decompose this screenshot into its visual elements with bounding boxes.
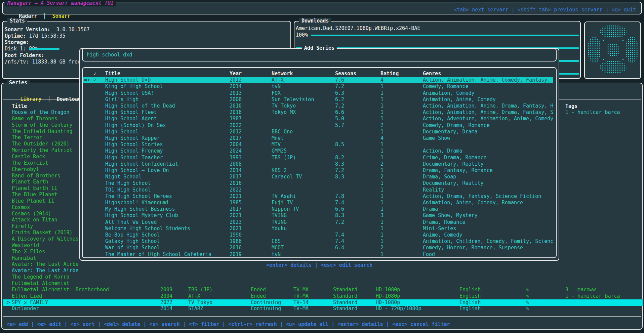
search-result-row[interactable]: The High School Heroes2021TV Asahi7.81Ac… — [83, 193, 556, 200]
result-network: Fuji TV — [272, 200, 293, 206]
result-network: CBS — [272, 238, 281, 245]
result-rating: 1 — [380, 219, 384, 225]
result-title: High School Confidential — [105, 161, 178, 167]
result-title: High School Fleet — [105, 109, 157, 116]
search-result-row[interactable]: High School Stories2004MTV8.51 — [83, 141, 556, 148]
series-status: Continuing — [251, 305, 281, 312]
search-result-row[interactable]: Girl's High2006Sun Television6.21Animati… — [83, 96, 556, 103]
tab-sonarr[interactable]: Sonarr — [52, 13, 70, 19]
library-series-row[interactable]: =>SPY x FAMILY2022TV TokyoContinuingTV-1… — [3, 299, 643, 306]
series-title: Outlander — [12, 305, 39, 312]
result-title: The High School Heroes — [105, 193, 172, 200]
series-title: Storm of the Century — [12, 122, 73, 128]
result-genres: Documentary, Reality — [423, 161, 484, 167]
search-result-row[interactable]: The Master of High School Cafeteria2019t… — [83, 251, 556, 257]
result-seasons: 6.4 — [335, 245, 344, 251]
result-rating: 1 — [380, 187, 384, 193]
series-quality: HD - 720p/1080p — [376, 305, 421, 312]
result-seasons: 6.6 — [335, 206, 344, 212]
series-status: Continuing — [251, 299, 281, 306]
series-title: Hannibal — [12, 255, 36, 261]
result-title: High School – Love On — [105, 167, 169, 174]
result-year: 2017 — [230, 174, 242, 180]
uptime-value: 17d 15:58:35 — [29, 33, 65, 39]
download-percent: 100% — [296, 32, 308, 38]
series-certification: TV-MA — [293, 287, 309, 293]
result-title: War of High School — [105, 245, 160, 251]
result-genres: Action, Drama — [423, 148, 462, 154]
series-search-box: Add Series high school dxd — [82, 48, 557, 61]
search-result-row[interactable]: Highschool! Kimengumi1985Fuji TV7.41Anim… — [83, 200, 556, 206]
search-result-row[interactable]: =>✓High School D×D2012AT-X7.64Action, An… — [83, 77, 556, 83]
search-result-row[interactable]: High School Rapper2017Mnet4Game Show — [83, 135, 556, 141]
library-series-row[interactable]: Outlander2014STARZContinuingTV-MAStandar… — [3, 305, 643, 312]
series-title: Fullmetal Alchemist: Brotherhood — [12, 287, 109, 293]
search-result-row[interactable]: War of High School2016MCOT6.42Comedy, Ho… — [83, 245, 556, 251]
result-rating: 1 — [380, 167, 384, 174]
series-title: The Enfield Haunting — [12, 128, 73, 135]
series-title: The Blue Planet — [12, 192, 57, 198]
result-seasons: 6.6 — [335, 109, 344, 116]
search-result-row[interactable]: High School USA!2013FOX6.31Animation, Co… — [83, 90, 556, 96]
library-series-row[interactable]: The Legend of Korra — [3, 274, 643, 280]
result-seasons: 6.2 — [335, 96, 344, 103]
result-seasons: 8.3 — [335, 161, 344, 167]
search-result-row[interactable]: TO1 High School20221Reality — [83, 187, 556, 193]
search-result-row[interactable]: The High School20161Documentary, Reality — [83, 180, 556, 186]
library-series-row[interactable]: Avatar: The Last Airbe — [3, 267, 643, 274]
search-result-row[interactable]: King of High School2014tvN7.21Comedy, Ro… — [83, 83, 556, 90]
series-quality-profile: Standard — [333, 299, 357, 306]
result-network: KBS 2 — [272, 167, 287, 174]
search-result-row[interactable]: Be-Bop High School19907.41Anime, Comedy — [83, 232, 556, 238]
result-rating: 2 — [380, 122, 384, 129]
search-result-row[interactable]: High School Mystery Club2021TVING8.33Gam… — [83, 212, 556, 219]
library-series-row[interactable]: Fullmetal Alchemist — [3, 280, 643, 287]
search-result-row[interactable]: Welcome High School Students2021Youku1Mi… — [83, 225, 556, 232]
series-title: House of the Dragon — [12, 109, 70, 116]
series-title: A Discovery of Witches — [12, 236, 79, 242]
search-result-row[interactable]: All That We Loved2023TVING7.21Drama, Rom… — [83, 219, 556, 225]
result-title: High School Mystery Club — [105, 212, 178, 219]
result-year: 2016 — [230, 180, 242, 186]
library-series-row[interactable]: Elfen Lied2004AT-XEndedTV-MAStandardHD-1… — [3, 293, 643, 299]
result-rating: 1 — [380, 148, 384, 154]
search-result-row[interactable]: High School Teacher1993TBS (JP)8.21Crime… — [83, 155, 556, 161]
library-series-row[interactable]: Fullmetal Alchemist: Brotherhood2009TBS … — [3, 287, 643, 293]
search-result-row[interactable]: High School2012BBC One1Documentary, Dram… — [83, 129, 556, 135]
series-title: Cosmos (2014) — [12, 211, 51, 217]
search-result-row[interactable]: Night School2017Caracol TV8.32Drama, Soa… — [83, 174, 556, 180]
result-title: Galaxy High School — [105, 238, 160, 245]
search-result-row[interactable]: My High School Business2017Nippon TV6.61… — [83, 206, 556, 212]
search-result-row[interactable]: High School Fleet2016Tokyo MX6.61Action,… — [83, 109, 556, 116]
search-result-row[interactable]: High School – Love On2014KBS 27.21Drama,… — [83, 167, 556, 174]
result-network: Tokyo MX — [272, 109, 296, 116]
result-year: 2023 — [230, 219, 242, 225]
result-year: 2016 — [230, 245, 242, 251]
column-genres: Genres — [423, 71, 441, 77]
series-title: The Outsider (2020) — [12, 141, 70, 147]
result-rating: 3 — [380, 212, 384, 219]
search-result-row[interactable]: Galaxy High School1986CBS7.41Animation, … — [83, 238, 556, 245]
series-search-input[interactable]: high school dxd — [87, 52, 132, 58]
result-rating: 1 — [380, 251, 384, 257]
search-result-row[interactable]: High School of the Dead2010TV Tokyo7.21A… — [83, 103, 556, 109]
result-network: MCOT — [272, 245, 284, 251]
result-year: 2021 — [230, 225, 242, 232]
result-rating: 1 — [380, 193, 384, 200]
result-rating: 1 — [380, 109, 384, 116]
search-result-row[interactable]: High School Agent19875.01Action, Adventu… — [83, 116, 556, 122]
results-header-row: ✓TitleYearNetworkSeasonsRatingGenres — [83, 71, 556, 77]
result-rating: 1 — [380, 200, 384, 206]
result-network: TV Asahi — [272, 193, 296, 200]
search-result-row[interactable]: High School Frenemy2024GMM251Action, Dra… — [83, 148, 556, 154]
result-rating: 1 — [380, 225, 384, 232]
series-quality-profile: Standard — [333, 305, 357, 312]
result-genres: Animation, Children, Comedy, Family, Sci… — [423, 238, 553, 245]
result-rating: 1 — [380, 232, 384, 238]
result-rating: 1 — [380, 238, 384, 245]
result-genres: Drama, Soap — [423, 174, 456, 180]
result-network: MTV — [272, 141, 281, 148]
search-result-row[interactable]: High (School) On Sex20225.72Comedy, Dram… — [83, 122, 556, 129]
search-result-row[interactable]: High School Confidential20088.32Document… — [83, 161, 556, 167]
result-seasons: 7.8 — [335, 193, 344, 200]
